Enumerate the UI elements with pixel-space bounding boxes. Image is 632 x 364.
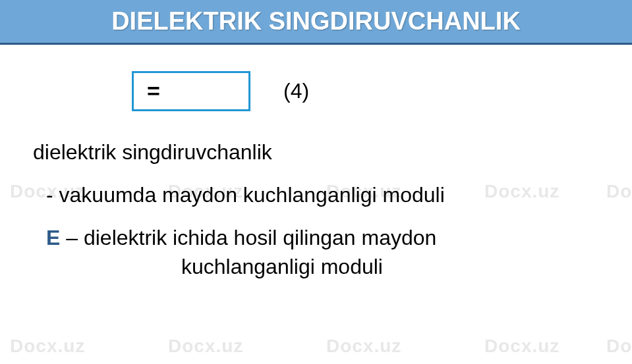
definition-text-2: vakuumda maydon kuchlanganligi moduli <box>59 183 445 207</box>
definition-separator-3: – <box>60 226 84 249</box>
e-symbol: E <box>46 226 60 249</box>
definition-continuation-3: kuchlanganligi moduli <box>181 252 612 282</box>
watermark-text: Docx.uz <box>484 336 560 357</box>
formula-expression: = <box>147 78 160 104</box>
formula-label: (4) <box>283 79 309 103</box>
definition-text-3: dielektrik ichida hosil qilingan maydon <box>84 226 436 249</box>
watermark-text: Docx.uz <box>168 336 243 357</box>
watermark-text: Docx.uz <box>326 336 401 357</box>
watermark-text: Docx.uz <box>10 336 85 357</box>
formula-box: = <box>132 71 250 111</box>
definition-line-3: E – dielektrik ichida hosil qilingan may… <box>46 223 612 282</box>
watermark-text: Docx.uz <box>606 336 632 357</box>
definition-prefix-2: - <box>46 183 59 207</box>
header-bar: DIELEKTRIK SINGDIRUVCHANLIK <box>0 0 632 45</box>
definition-line-2: - vakuumda maydon kuchlanganligi moduli <box>46 180 612 210</box>
definition-line-1: dielektrik singdiruvchanlik <box>33 138 612 167</box>
formula-row: = (4) <box>132 71 612 111</box>
definition-text-1: dielektrik singdiruvchanlik <box>33 140 272 164</box>
content-area: = (4) dielektrik singdiruvchanlik - vaku… <box>0 45 632 308</box>
page-title: DIELEKTRIK SINGDIRUVCHANLIK <box>111 7 521 36</box>
